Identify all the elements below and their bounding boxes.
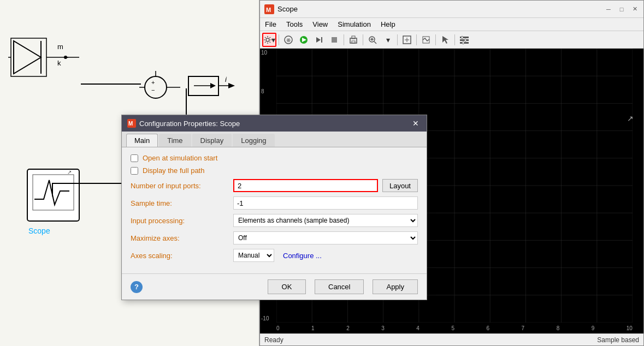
x-label-6: 6 <box>486 325 489 331</box>
run-icon <box>299 35 308 44</box>
tab-main[interactable]: Main <box>126 134 158 147</box>
svg-point-48 <box>461 36 463 38</box>
svg-point-50 <box>462 41 464 44</box>
scope-titlebar: M Scope ─ □ ✕ <box>260 1 643 18</box>
autoscale-button[interactable] <box>400 33 414 47</box>
x-label-3: 3 <box>381 325 385 331</box>
zoom-in-button[interactable] <box>365 33 380 47</box>
expand-button[interactable]: ↗ <box>627 114 634 123</box>
scope-statusbar: Ready Sample based <box>260 333 643 345</box>
step-button[interactable] <box>312 33 326 47</box>
config-dialog: M Configuration Properties: Scope ✕ Main… <box>121 115 427 300</box>
configure-link[interactable]: Configure ... <box>283 252 322 260</box>
zoom-pan-button[interactable]: ⊕ <box>281 33 296 47</box>
cancel-button[interactable]: Cancel <box>315 279 364 294</box>
num-ports-input[interactable] <box>233 179 378 192</box>
menu-tools[interactable]: Tools <box>285 20 304 29</box>
scope-menubar: File Tools View Simulation Help <box>260 18 643 31</box>
svg-text:i: i <box>225 75 227 83</box>
menu-view[interactable]: View <box>311 20 329 29</box>
dialog-close-button[interactable]: ✕ <box>410 119 421 128</box>
dialog-title-left: M Configuration Properties: Scope <box>127 119 240 128</box>
y-label-10: 10 <box>261 50 275 56</box>
help-button[interactable]: ? <box>131 281 143 293</box>
sample-time-row: Sample time: <box>131 196 418 210</box>
num-ports-row: Number of input ports: Layout <box>131 179 418 192</box>
menu-help[interactable]: Help <box>379 20 397 29</box>
svg-marker-19 <box>228 83 235 88</box>
dialog-help: ? <box>131 279 143 294</box>
sum-block: + − <box>139 68 183 112</box>
minimize-button[interactable]: ─ <box>604 5 613 14</box>
svg-rect-32 <box>321 37 322 43</box>
menu-simulation[interactable]: Simulation <box>336 20 373 29</box>
status-sample-based: Sample based <box>597 336 639 344</box>
dialog-buttons: ? OK Cancel Apply <box>122 273 427 300</box>
maximize-button[interactable]: □ <box>617 5 626 14</box>
input-processing-row: Input processing: Elements as channels (… <box>131 214 418 227</box>
axes-scaling-select[interactable]: Manual Auto Updates <box>233 249 274 262</box>
display-full-path-checkbox[interactable] <box>131 167 138 175</box>
toolbar-sep-7 <box>454 34 455 45</box>
maximize-axes-label: Maximize axes: <box>131 234 229 242</box>
toolbar-sep-4 <box>397 34 398 45</box>
cursor-icon <box>440 35 450 45</box>
axes-scaling-row: Axes scaling: Manual Auto Updates Config… <box>131 249 418 262</box>
input-processing-select[interactable]: Elements as channels (sample based) Colu… <box>233 214 418 227</box>
maximize-axes-select[interactable]: Off On Auto <box>233 231 418 244</box>
ok-button[interactable]: OK <box>268 279 306 294</box>
config-button[interactable] <box>457 33 471 47</box>
gear-icon <box>263 35 271 44</box>
menu-file[interactable]: File <box>263 20 278 29</box>
tab-logging[interactable]: Logging <box>233 134 274 147</box>
open-at-sim-start-label: Open at simulation start <box>143 154 217 162</box>
x-label-8: 8 <box>557 325 560 331</box>
svg-text:m: m <box>57 43 63 51</box>
diode-block: m k <box>8 35 96 79</box>
dialog-titlebar: M Configuration Properties: Scope ✕ <box>122 115 427 132</box>
stop-icon <box>330 35 339 44</box>
svg-point-49 <box>464 39 466 41</box>
print-button[interactable] <box>346 33 361 47</box>
fit-button[interactable] <box>419 33 433 47</box>
axes-scaling-label: Axes scaling: <box>131 252 229 260</box>
dialog-matlab-icon: M <box>127 119 136 128</box>
cursor-button[interactable] <box>438 33 452 47</box>
display-full-path-row: Display the full path <box>131 166 418 175</box>
print-icon <box>349 35 358 44</box>
dialog-title: Configuration Properties: Scope <box>139 120 240 128</box>
tab-time[interactable]: Time <box>159 134 191 147</box>
config-icon <box>459 35 469 45</box>
zoom-dropdown-button[interactable]: ▾ <box>381 33 395 47</box>
run-button[interactable] <box>297 33 311 47</box>
svg-line-38 <box>374 41 376 44</box>
tab-display[interactable]: Display <box>192 134 232 147</box>
titlebar-left: M Scope <box>264 4 298 14</box>
x-label-1: 1 <box>311 325 315 331</box>
scope-block-label: Scope <box>28 226 50 235</box>
titlebar-controls[interactable]: ─ □ ✕ <box>604 5 639 14</box>
svg-point-9 <box>145 76 167 98</box>
stop-button[interactable] <box>327 33 341 47</box>
svg-marker-17 <box>210 83 216 88</box>
scope-window-title: Scope <box>277 5 298 13</box>
scope-block-icon: ↗ <box>25 166 85 226</box>
toolbar-sep-6 <box>435 34 436 45</box>
apply-button[interactable]: Apply <box>373 279 418 294</box>
svg-text:↗: ↗ <box>67 169 72 175</box>
layout-button[interactable]: Layout <box>382 179 418 192</box>
svg-text:−: − <box>151 87 155 93</box>
svg-text:M: M <box>266 7 271 13</box>
y-label-8: 8 <box>261 88 275 94</box>
svg-text:+: + <box>151 79 155 86</box>
settings-button[interactable]: ▾ <box>262 33 276 47</box>
sample-time-input[interactable] <box>233 196 418 210</box>
toolbar-sep-2 <box>344 34 344 45</box>
open-at-sim-start-row: Open at simulation start <box>131 154 418 162</box>
status-ready: Ready <box>264 336 283 344</box>
open-at-sim-start-checkbox[interactable] <box>131 154 138 162</box>
close-button[interactable]: ✕ <box>630 5 639 14</box>
svg-text:M: M <box>128 121 133 127</box>
step-icon <box>315 35 323 44</box>
x-label-4: 4 <box>416 325 420 331</box>
